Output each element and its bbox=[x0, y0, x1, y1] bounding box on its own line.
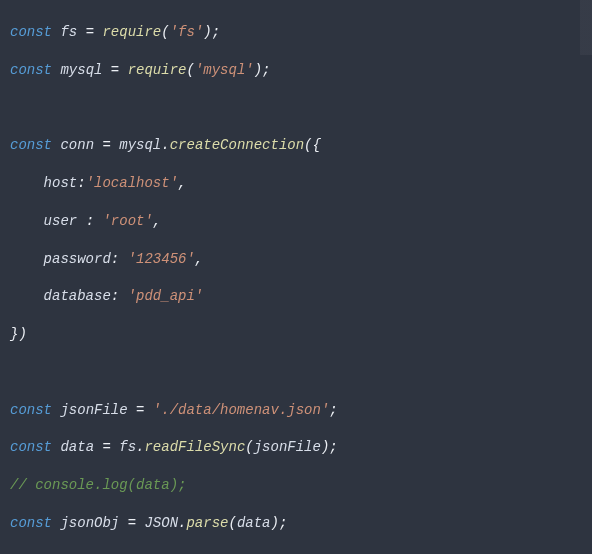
code-line: host:'localhost', bbox=[10, 174, 592, 193]
code-line: password: '123456', bbox=[10, 250, 592, 269]
code-line: const jsonObj = JSON.parse(data); bbox=[10, 514, 592, 533]
code-line: }) bbox=[10, 325, 592, 344]
code-line: database: 'pdd_api' bbox=[10, 287, 592, 306]
code-line bbox=[10, 98, 592, 117]
code-line: // console.log(data); bbox=[10, 476, 592, 495]
code-line: const data = fs.readFileSync(jsonFile); bbox=[10, 438, 592, 457]
code-line: const jsonFile = './data/homenav.json'; bbox=[10, 401, 592, 420]
code-line: const conn = mysql.createConnection({ bbox=[10, 136, 592, 155]
code-editor[interactable]: const fs = require('fs'); const mysql = … bbox=[0, 0, 592, 554]
code-line: const mysql = require('mysql'); bbox=[10, 61, 592, 80]
code-line: user : 'root', bbox=[10, 212, 592, 231]
minimap[interactable] bbox=[580, 0, 592, 554]
code-line bbox=[10, 363, 592, 382]
code-line: const fs = require('fs'); bbox=[10, 23, 592, 42]
